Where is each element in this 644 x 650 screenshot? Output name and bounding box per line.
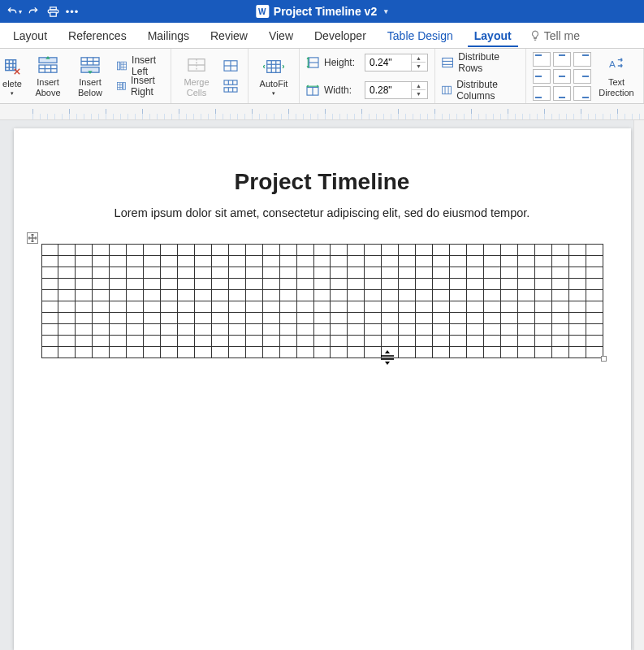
table-cell[interactable] — [279, 301, 296, 313]
table-row[interactable] — [41, 245, 603, 256]
table-cell[interactable] — [365, 347, 382, 358]
table-cell[interactable] — [93, 347, 110, 358]
table-cell[interactable] — [313, 267, 331, 279]
table-cell[interactable] — [399, 324, 416, 336]
table-cell[interactable] — [450, 256, 467, 267]
table-cell[interactable] — [365, 324, 382, 336]
table-cell[interactable] — [466, 256, 483, 267]
table-cell[interactable] — [433, 313, 450, 324]
table-cell[interactable] — [245, 336, 262, 347]
table-cell[interactable] — [348, 256, 365, 267]
table-cell[interactable] — [262, 279, 279, 290]
table-cell[interactable] — [93, 256, 110, 267]
table-cell[interactable] — [568, 267, 586, 279]
table-cell[interactable] — [365, 313, 382, 324]
table-cell[interactable] — [110, 245, 127, 256]
table-cell[interactable] — [348, 267, 365, 279]
table-cell[interactable] — [211, 313, 228, 324]
table-cell[interactable] — [178, 290, 195, 301]
table-cell[interactable] — [534, 290, 551, 301]
table-cell[interactable] — [331, 324, 348, 336]
table-cell[interactable] — [279, 290, 296, 301]
table-cell[interactable] — [450, 301, 467, 313]
table-cell[interactable] — [110, 256, 127, 267]
table-cell[interactable] — [262, 245, 279, 256]
table-cell[interactable] — [365, 267, 382, 279]
table-cell[interactable] — [228, 256, 245, 267]
width-step-up[interactable]: ▲ — [412, 82, 426, 91]
height-field[interactable]: ▲▼ — [365, 54, 428, 72]
table-cell[interactable] — [228, 324, 245, 336]
table-cell[interactable] — [500, 245, 517, 256]
table-cell[interactable] — [500, 301, 517, 313]
table-cell[interactable] — [245, 301, 262, 313]
table-cell[interactable] — [144, 245, 161, 256]
table-cell[interactable] — [245, 279, 262, 290]
table-cell[interactable] — [348, 290, 365, 301]
table-cell[interactable] — [534, 267, 551, 279]
table-cell[interactable] — [433, 336, 450, 347]
table-cell[interactable] — [161, 301, 178, 313]
table-cell[interactable] — [93, 279, 110, 290]
table-cell[interactable] — [194, 347, 211, 358]
table-cell[interactable] — [450, 279, 467, 290]
split-cells-button[interactable] — [220, 57, 241, 75]
table-cell[interactable] — [58, 290, 76, 301]
tab-table-design[interactable]: Table Design — [381, 24, 460, 47]
align-middle-center[interactable] — [553, 69, 571, 84]
table-cell[interactable] — [433, 279, 450, 290]
table-cell[interactable] — [399, 256, 416, 267]
table-cell[interactable] — [586, 256, 603, 267]
table-cell[interactable] — [534, 279, 551, 290]
table-cell[interactable] — [41, 336, 58, 347]
table-cell[interactable] — [517, 347, 534, 358]
table-cell[interactable] — [313, 324, 331, 336]
table-cell[interactable] — [194, 336, 211, 347]
table-cell[interactable] — [382, 279, 399, 290]
table-cell[interactable] — [399, 301, 416, 313]
table-cell[interactable] — [41, 313, 58, 324]
table-resize-handle[interactable] — [601, 356, 607, 362]
table-cell[interactable] — [586, 313, 603, 324]
table-cell[interactable] — [144, 324, 161, 336]
table-cell[interactable] — [551, 324, 568, 336]
table-cell[interactable] — [348, 245, 365, 256]
table-cell[interactable] — [551, 279, 568, 290]
table-cell[interactable] — [399, 313, 416, 324]
vertical-scrollbar[interactable] — [633, 120, 644, 650]
width-step-down[interactable]: ▼ — [412, 90, 426, 98]
insert-left-button[interactable]: Insert Left — [114, 57, 164, 75]
table-row[interactable] — [41, 336, 603, 347]
table-cell[interactable] — [534, 336, 551, 347]
table-cell[interactable] — [228, 313, 245, 324]
table-cell[interactable] — [296, 301, 313, 313]
more-button[interactable]: ••• — [63, 2, 81, 20]
table-cell[interactable] — [262, 256, 279, 267]
table-cell[interactable] — [586, 324, 603, 336]
align-top-right[interactable] — [573, 52, 591, 67]
table-cell[interactable] — [348, 313, 365, 324]
document-title[interactable]: Project Timeline — [41, 169, 603, 195]
table-cell[interactable] — [450, 347, 467, 358]
table-cell[interactable] — [93, 324, 110, 336]
table-cell[interactable] — [178, 301, 195, 313]
table-cell[interactable] — [382, 256, 399, 267]
table-cell[interactable] — [178, 324, 195, 336]
tab-review[interactable]: Review — [204, 24, 254, 47]
table-cell[interactable] — [313, 313, 331, 324]
table-cell[interactable] — [348, 336, 365, 347]
table-cell[interactable] — [365, 245, 382, 256]
align-bottom-center[interactable] — [553, 86, 571, 101]
table-cell[interactable] — [450, 290, 467, 301]
table-cell[interactable] — [76, 290, 93, 301]
table-cell[interactable] — [76, 245, 93, 256]
table-cell[interactable] — [178, 279, 195, 290]
table-cell[interactable] — [466, 347, 483, 358]
table-cell[interactable] — [127, 347, 144, 358]
table-cell[interactable] — [41, 267, 58, 279]
table-row[interactable] — [41, 324, 603, 336]
table-cell[interactable] — [58, 301, 76, 313]
table-cell[interactable] — [382, 290, 399, 301]
table-cell[interactable] — [534, 324, 551, 336]
autofit-button[interactable]: AutoFit ▾ — [255, 52, 292, 101]
